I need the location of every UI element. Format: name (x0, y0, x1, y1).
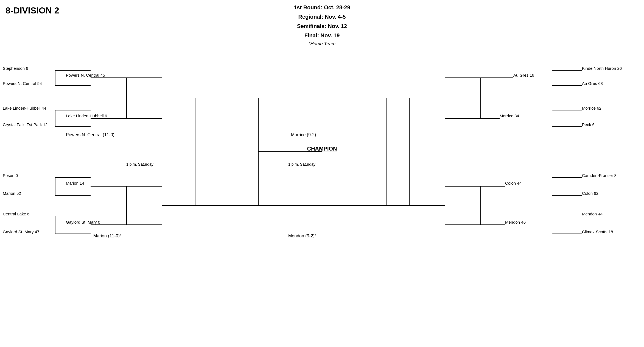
line (258, 98, 259, 151)
team-gaylord-47: Gaylord St. Mary 47 (3, 229, 39, 234)
line (409, 98, 445, 98)
line (91, 77, 126, 78)
line (55, 110, 55, 126)
line (552, 70, 582, 71)
header-center: 1st Round: Oct. 28-29 Regional: Nov. 4-5… (294, 3, 350, 48)
regional-label: Regional: Nov. 4-5 (294, 12, 350, 21)
team-powers-nc-54: Powers N. Central 54 (3, 81, 42, 86)
line (552, 110, 552, 126)
team-marion-14: Marion 14 (66, 181, 84, 185)
line (480, 77, 481, 118)
line (552, 126, 582, 127)
line (55, 126, 91, 127)
team-stephenson: Stephenson 6 (3, 66, 28, 71)
team-morrice-r2: Morrice (9-2) (291, 132, 316, 137)
line (552, 234, 582, 234)
team-powers-r2: Powers N. Central (11-0) (66, 132, 114, 137)
line (552, 110, 582, 110)
line (55, 216, 91, 216)
line (258, 98, 386, 98)
team-colon-44: Colon 44 (505, 181, 522, 185)
line (55, 70, 91, 71)
home-team-label: *Home Team (294, 40, 350, 48)
line (55, 70, 55, 85)
team-colon-62: Colon 62 (582, 191, 598, 196)
team-central-lake: Central Lake 6 (3, 212, 30, 216)
line (552, 85, 582, 86)
line (445, 224, 480, 225)
line (258, 151, 259, 205)
line (552, 177, 552, 195)
team-marion-52: Marion 52 (3, 191, 21, 196)
line (55, 177, 55, 195)
line (445, 118, 480, 119)
team-augres-68: Au Gres 68 (582, 81, 603, 86)
final-label: Final: Nov. 19 (294, 31, 350, 40)
line (480, 186, 505, 187)
line (55, 216, 55, 234)
line (91, 186, 126, 187)
line (480, 186, 481, 224)
team-climax-scotts: Climax-Scotts 18 (582, 229, 613, 234)
team-kinde: Kinde North Huron 26 (582, 66, 622, 71)
line (480, 224, 505, 225)
line (55, 85, 91, 86)
round1-label: 1st Round: Oct. 28-29 (294, 3, 350, 12)
line (409, 98, 410, 205)
team-powers-nc-45: Powers N. Central 45 (66, 73, 105, 77)
line (55, 110, 91, 110)
line (91, 224, 126, 225)
line (552, 177, 582, 178)
line (126, 77, 127, 118)
line (126, 186, 162, 187)
line (55, 234, 91, 234)
line (195, 205, 258, 206)
line (445, 77, 480, 78)
line (552, 70, 552, 85)
team-posen: Posen 0 (3, 173, 18, 178)
team-gaylord-0: Gaylord St. Mary 0 (66, 220, 100, 224)
team-augres-16: Au Gres 16 (513, 73, 534, 77)
team-marion-r2: Marion (11-0)* (93, 234, 121, 238)
team-morrice-34: Morrice 34 (500, 113, 519, 118)
champion-label: CHAMPION (258, 146, 386, 152)
line (552, 216, 582, 216)
team-crystal-falls: Crystal Falls Fst Park 12 (3, 122, 47, 127)
line (480, 77, 513, 78)
time-label-left: 1 p.m. Saturday (126, 162, 153, 166)
team-mendon-r2: Mendon (9-2)* (288, 234, 316, 238)
line (258, 205, 386, 206)
team-mendon-44: Mendon 44 (582, 212, 603, 216)
line (55, 177, 91, 178)
line (126, 186, 127, 224)
line (480, 118, 500, 119)
line (126, 77, 162, 78)
team-lake-linden-6: Lake Linden-Hubbell 6 (66, 113, 107, 118)
page-title: 8-DIVISION 2 (5, 5, 59, 16)
line (195, 98, 195, 205)
line (552, 216, 552, 234)
team-mendon-46: Mendon 46 (505, 220, 526, 224)
line (126, 118, 162, 119)
semifinals-label: Semifinals: Nov. 12 (294, 21, 350, 31)
team-morrice-62: Morrice 62 (582, 106, 601, 110)
line (126, 224, 162, 225)
line (552, 195, 582, 196)
line (162, 205, 195, 206)
bracket-container: Stephenson 6 Powers N. Central 54 Powers… (0, 55, 644, 346)
line (445, 186, 480, 187)
line (386, 98, 387, 151)
line (195, 98, 258, 98)
line (162, 98, 195, 98)
line (386, 151, 387, 205)
team-peck: Peck 6 (582, 122, 595, 127)
line (91, 118, 126, 119)
team-camden: Camden-Frontier 8 (582, 173, 617, 178)
line (55, 195, 91, 196)
line (409, 205, 445, 206)
time-label-right: 1 p.m. Saturday (288, 162, 315, 166)
team-lake-linden-44: Lake Linden-Hubbell 44 (3, 106, 46, 110)
